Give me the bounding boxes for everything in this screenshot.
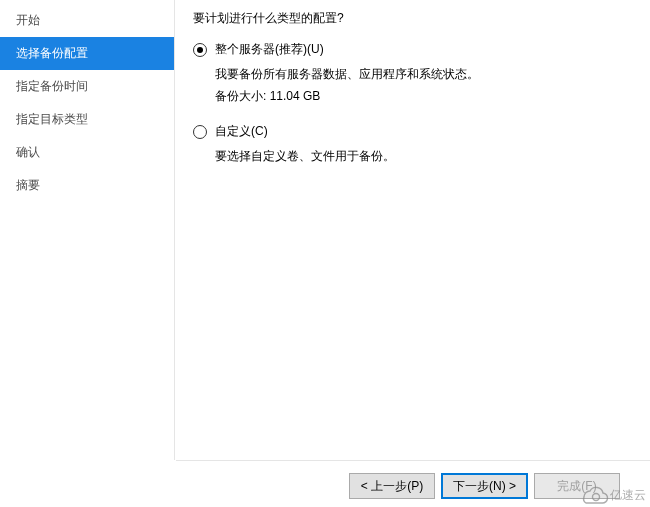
next-button[interactable]: 下一步(N) > (441, 473, 528, 499)
svg-point-0 (593, 494, 600, 501)
option-custom: 自定义(C) 要选择自定义卷、文件用于备份。 (193, 123, 632, 168)
sidebar-item-backup-time[interactable]: 指定备份时间 (0, 70, 174, 103)
sidebar-item-start[interactable]: 开始 (0, 4, 174, 37)
wizard-sidebar: 开始 选择备份配置 指定备份时间 指定目标类型 确认 摘要 (0, 0, 175, 460)
sidebar-item-target-type[interactable]: 指定目标类型 (0, 103, 174, 136)
option-full-server-label: 整个服务器(推荐)(U) (215, 41, 324, 58)
sidebar-item-backup-config[interactable]: 选择备份配置 (0, 37, 174, 70)
option-full-server-desc1: 我要备份所有服务器数据、应用程序和系统状态。 (215, 64, 632, 86)
radio-custom[interactable] (193, 125, 207, 139)
option-custom-label: 自定义(C) (215, 123, 268, 140)
option-custom-desc1: 要选择自定义卷、文件用于备份。 (215, 146, 632, 168)
watermark-logo: 亿速云 (576, 479, 646, 507)
prev-button[interactable]: < 上一步(P) (349, 473, 435, 499)
option-full-server-desc2: 备份大小: 11.04 GB (215, 86, 632, 108)
option-full-server: 整个服务器(推荐)(U) 我要备份所有服务器数据、应用程序和系统状态。 备份大小… (193, 41, 632, 107)
svg-text:亿速云: 亿速云 (609, 488, 646, 502)
sidebar-item-confirm[interactable]: 确认 (0, 136, 174, 169)
radio-full-server[interactable] (193, 43, 207, 57)
sidebar-item-summary[interactable]: 摘要 (0, 169, 174, 202)
main-panel: 要计划进行什么类型的配置? 整个服务器(推荐)(U) 我要备份所有服务器数据、应… (175, 0, 650, 460)
config-question: 要计划进行什么类型的配置? (193, 10, 632, 27)
divider (176, 460, 650, 461)
